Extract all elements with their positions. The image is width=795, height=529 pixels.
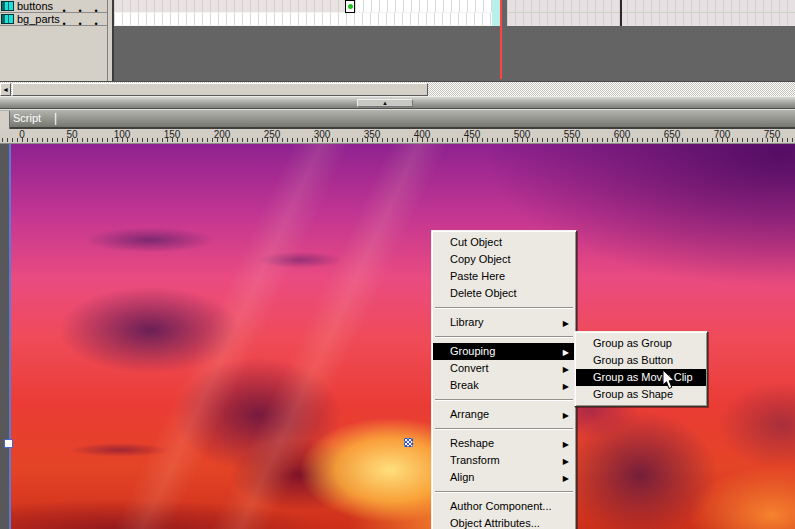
- frame-span[interactable]: [114, 13, 492, 26]
- ruler-label: 550: [564, 129, 581, 140]
- layer-icon: [1, 1, 14, 11]
- menu-item-library[interactable]: Library▶: [433, 314, 575, 331]
- panel-splitter-bar[interactable]: ▲: [0, 96, 795, 109]
- layer-row-bg-parts[interactable]: bg_parts•••: [0, 13, 107, 26]
- flash-editor-window: buttons•••bg_parts••• ◄ ▲: [0, 0, 795, 529]
- ruler-label: 250: [264, 129, 281, 140]
- submenu-arrow-icon: ▶: [563, 453, 569, 470]
- scrollbar-thumb[interactable]: [12, 83, 428, 96]
- timeline-frames[interactable]: [114, 0, 795, 26]
- submenu-arrow-icon: ▶: [563, 315, 569, 332]
- context-menu: Cut ObjectCopy ObjectPaste HereDelete Ob…: [431, 230, 577, 529]
- row-divider-line: [507, 12, 795, 13]
- current-frame-column[interactable]: [492, 0, 500, 26]
- menu-item-label: Group as Movie Clip: [593, 371, 693, 383]
- menu-item-label: Break: [450, 379, 479, 391]
- layer-toggle-dot[interactable]: •: [88, 18, 104, 30]
- tab-divider: |: [54, 111, 57, 125]
- layer-toggle-dots: •••: [56, 13, 104, 31]
- keyframe-marker[interactable]: [345, 0, 355, 13]
- layer-list: buttons•••bg_parts•••: [0, 0, 108, 81]
- submenu-arrow-icon: ▶: [563, 407, 569, 424]
- menu-item-copy-object[interactable]: Copy Object: [433, 251, 575, 268]
- corner-tab[interactable]: [0, 111, 10, 129]
- menu-item-label: Library: [450, 316, 484, 328]
- menu-item-group-as-button[interactable]: Group as Button: [576, 352, 706, 369]
- ruler-label: 300: [314, 129, 331, 140]
- selection-handle[interactable]: [4, 439, 13, 448]
- menu-item-cut-object[interactable]: Cut Object: [433, 234, 575, 251]
- menu-item-object-attributes[interactable]: Object Attributes...: [433, 515, 575, 529]
- submenu-arrow-icon: ▶: [563, 344, 569, 361]
- menu-item-grouping[interactable]: Grouping▶: [433, 343, 575, 360]
- menu-item-label: Convert: [450, 362, 489, 374]
- menu-item-label: Grouping: [450, 345, 495, 357]
- ruler-label: 450: [464, 129, 481, 140]
- ruler-label: 50: [66, 129, 77, 140]
- menu-item-author-component[interactable]: Author Component...: [433, 498, 575, 515]
- scroll-left-button[interactable]: ◄: [0, 83, 11, 96]
- menu-item-arrange[interactable]: Arrange▶: [433, 406, 575, 423]
- menu-item-align[interactable]: Align▶: [433, 469, 575, 486]
- menu-item-group-as-movie-clip[interactable]: Group as Movie Clip: [576, 369, 706, 386]
- menu-item-group-as-group[interactable]: Group as Group: [576, 335, 706, 352]
- grouping-submenu: Group as GroupGroup as ButtonGroup as Mo…: [574, 331, 708, 407]
- menu-item-label: Copy Object: [450, 253, 511, 265]
- registration-point-marker[interactable]: [404, 438, 413, 447]
- frame-span[interactable]: [355, 0, 492, 13]
- menu-item-break[interactable]: Break▶: [433, 377, 575, 394]
- submenu-arrow-icon: ▶: [563, 378, 569, 395]
- timeline-panel: buttons•••bg_parts•••: [0, 0, 795, 81]
- menu-item-group-as-shape[interactable]: Group as Shape: [576, 386, 706, 403]
- menu-item-label: Paste Here: [450, 270, 505, 282]
- menu-separator: [435, 307, 573, 309]
- layer-icon: [1, 14, 14, 24]
- menu-item-label: Delete Object: [450, 287, 517, 299]
- menu-separator: [435, 336, 573, 338]
- ruler-label: 0: [19, 129, 25, 140]
- tab-script[interactable]: Script: [13, 112, 41, 124]
- menu-item-paste-here[interactable]: Paste Here: [433, 268, 575, 285]
- frames-end-line: [620, 0, 622, 26]
- playhead-line[interactable]: [500, 0, 502, 79]
- menu-item-transform[interactable]: Transform▶: [433, 452, 575, 469]
- ruler-label: 500: [514, 129, 531, 140]
- ruler-label: 350: [364, 129, 381, 140]
- layer-toggle-dot[interactable]: •: [56, 18, 72, 30]
- script-tab-bar: Script |: [0, 109, 795, 129]
- ruler-label: 600: [614, 129, 631, 140]
- menu-item-label: Align: [450, 471, 474, 483]
- layer-row-buttons[interactable]: buttons•••: [0, 0, 107, 13]
- menu-item-convert[interactable]: Convert▶: [433, 360, 575, 377]
- stage-left-edge-guide: [9, 144, 11, 529]
- submenu-arrow-icon: ▶: [563, 470, 569, 487]
- menu-item-label: Author Component...: [450, 500, 552, 512]
- menu-item-label: Object Attributes...: [450, 517, 540, 529]
- ruler-label: 700: [714, 129, 731, 140]
- frames-beyond-end[interactable]: [507, 0, 795, 26]
- menu-separator: [435, 428, 573, 430]
- ruler-label: 100: [114, 129, 131, 140]
- menu-item-label: Transform: [450, 454, 500, 466]
- submenu-arrow-icon: ▶: [563, 361, 569, 378]
- pasteboard: [0, 144, 9, 529]
- ruler-label: 200: [214, 129, 231, 140]
- keyframe-dot-icon: [348, 4, 353, 9]
- timeline-hscrollbar[interactable]: ◄: [0, 81, 795, 96]
- menu-item-label: Cut Object: [450, 236, 502, 248]
- menu-separator: [435, 491, 573, 493]
- horizontal-ruler: 0501001502002503003504004505005506006507…: [0, 129, 795, 144]
- ruler-label: 750: [764, 129, 781, 140]
- submenu-arrow-icon: ▶: [563, 436, 569, 453]
- menu-item-label: Arrange: [450, 408, 489, 420]
- layer-toggle-dot[interactable]: •: [72, 18, 88, 30]
- ruler-label: 650: [664, 129, 681, 140]
- menu-item-reshape[interactable]: Reshape▶: [433, 435, 575, 452]
- collapse-arrow-button[interactable]: ▲: [357, 99, 413, 107]
- menu-item-label: Group as Group: [593, 337, 672, 349]
- menu-item-label: Reshape: [450, 437, 494, 449]
- menu-item-delete-object[interactable]: Delete Object: [433, 285, 575, 302]
- layer-name: buttons: [17, 0, 53, 12]
- frame-span[interactable]: [114, 0, 346, 13]
- menu-separator: [435, 399, 573, 401]
